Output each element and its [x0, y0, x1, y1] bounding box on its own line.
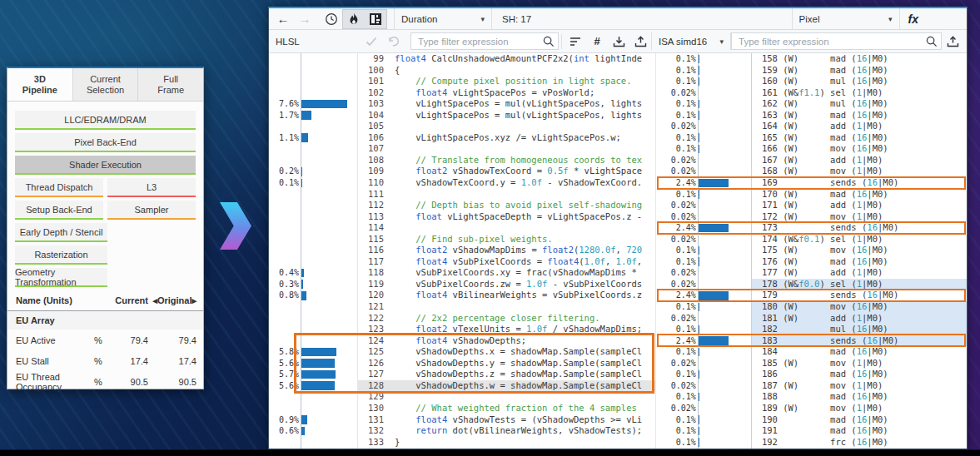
- isa-row[interactable]: 0.02%164 (W) add (1|M0): [656, 121, 967, 132]
- isa-row[interactable]: 0.1%176 (W) mad (16|M0): [656, 256, 967, 268]
- hlsl-code-row[interactable]: 0.9%131 float4 vShadowTests = (vShadowDe…: [269, 414, 655, 426]
- isa-row[interactable]: 0.1%175 (W) mov (16|M0): [656, 245, 967, 256]
- metrics-group-eu-array[interactable]: EU Array: [7, 310, 203, 330]
- isa-row[interactable]: 0.02%168 (W) mov (1|M0): [656, 166, 967, 177]
- hlsl-code-row[interactable]: 5.6%128 vShadowDepths.w = shadowMap.Samp…: [269, 380, 655, 392]
- metric-row[interactable]: EU Stall%17.417.4: [7, 350, 203, 371]
- isa-row[interactable]: 0.02%187 (W) mov (1|M0): [656, 380, 967, 392]
- hlsl-code-row[interactable]: 5.8%125 vShadowDepths.x = shadowMap.Samp…: [269, 346, 655, 358]
- hlsl-code-row[interactable]: 133}: [269, 437, 655, 449]
- pipeline-button-thread-dispatch[interactable]: Thread Dispatch: [15, 178, 103, 197]
- hlsl-code-row[interactable]: 5.6%126 vShadowDepths.y = shadowMap.Samp…: [269, 358, 655, 369]
- hlsl-code-row[interactable]: 108 // Translate from homogeneous coords…: [269, 155, 655, 166]
- isa-row[interactable]: 0.02%161 (W&f1.1) sel (1|M0): [656, 87, 967, 99]
- isa-row[interactable]: 0.1%190 mad (16|M0): [656, 414, 967, 426]
- hlsl-code-row[interactable]: 115 // Find sub-pixel weights.: [269, 234, 655, 245]
- isa-row[interactable]: 0.1%188 mad (16|M0): [656, 391, 967, 403]
- hlsl-code-row[interactable]: 123 float2 vTexelUnits = 1.0f / vShadowM…: [269, 324, 655, 335]
- isa-row[interactable]: 0.1%165 (W) mad (16|M0): [656, 132, 967, 144]
- metric-row[interactable]: EU Thread Occupancy%90.590.5: [7, 371, 203, 392]
- hlsl-code-row[interactable]: 0.8%120 float4 vBilinearWeights = vSubPi…: [269, 290, 655, 301]
- tab-3d-pipeline[interactable]: 3DPipeline: [7, 68, 73, 101]
- hlsl-code-row[interactable]: 122 // 2x2 percentage closer filtering.: [269, 313, 655, 325]
- isa-row[interactable]: 0.02%178 (W&f0.0) sel (1|M0): [656, 279, 967, 290]
- hlsl-code-row[interactable]: 112 // Depth bias to avoid pixel self-sh…: [269, 200, 655, 211]
- shader-stage-dropdown[interactable]: Pixel ▾: [792, 8, 900, 29]
- hlsl-code-row[interactable]: 0.1%110 vShadowTexCoord.y = 1.0f - vShad…: [269, 177, 655, 189]
- forward-button[interactable]: →: [294, 10, 316, 28]
- export-button[interactable]: [629, 32, 651, 51]
- hlsl-code-row[interactable]: 0.4%118 vSubPixelCoords.xy = frac(vShado…: [269, 267, 655, 279]
- hlsl-code-row[interactable]: 111: [269, 189, 655, 201]
- hlsl-code-row[interactable]: 0.3%119 vSubPixelCoords.zw = 1.0f - vSub…: [269, 279, 655, 290]
- hlsl-code-row[interactable]: 7.6%103 vLightSpacePos = mul(vLightSpace…: [269, 98, 655, 110]
- isa-row[interactable]: 0.1%191 mad (16|M0): [656, 425, 967, 437]
- hlsl-code-row[interactable]: 124 float4 vShadowDepths;: [269, 335, 655, 347]
- isa-dropdown[interactable]: ISA simd16 ▾: [651, 32, 731, 50]
- isa-row[interactable]: 2.4%169 sends (16|M0): [656, 177, 967, 189]
- hlsl-code-row[interactable]: 113 float vLightSpaceDepth = vLightSpace…: [269, 211, 655, 223]
- history-clock-button[interactable]: [321, 10, 342, 28]
- pipeline-button-l3[interactable]: L3: [107, 178, 196, 197]
- isa-row[interactable]: 0.1%182 mul (16|M0): [656, 324, 967, 335]
- hlsl-code-row[interactable]: 1.7%104 vLightSpacePos = mul(vLightSpace…: [269, 110, 655, 121]
- pipeline-button-shader-execution[interactable]: Shader Execution: [15, 156, 196, 175]
- hlsl-code-row[interactable]: 129: [269, 391, 655, 403]
- isa-row[interactable]: 0.1%160 (W) mul (16|M0): [656, 76, 967, 87]
- isa-row[interactable]: 0.1%184 mad (16|M0): [656, 346, 967, 358]
- isa-row[interactable]: 0.1%186 mad (16|M0): [656, 369, 967, 380]
- isa-row[interactable]: 0.1%180 (W) mov (16|M0): [656, 301, 967, 313]
- back-button[interactable]: ←: [272, 10, 294, 28]
- isa-row[interactable]: 0.1%192 frc (16|M0): [656, 437, 967, 449]
- metric-dropdown[interactable]: Duration ▾: [394, 8, 492, 29]
- hlsl-code-row[interactable]: 1.1%106 vLightSpacePos.xyz /= vLightSpac…: [269, 132, 655, 144]
- isa-row[interactable]: 0.02%174 (W&f0.1) sel (1|M0): [656, 234, 967, 245]
- isa-row[interactable]: 0.02%189 (W) mov (1|M0): [656, 403, 967, 414]
- hlsl-code-row[interactable]: 105: [269, 121, 655, 132]
- hlsl-code-row[interactable]: 0.6%132 return dot(vBilinearWeights, vSh…: [269, 425, 655, 437]
- hlsl-code-row[interactable]: 117 float4 vSubPixelCoords = float4(1.0f…: [269, 256, 655, 268]
- isa-row[interactable]: 2.4%179 sends (16|M0): [656, 290, 967, 301]
- isa-row[interactable]: 0.1%162 (W) mul (16|M0): [656, 98, 967, 110]
- pipeline-button-setup-back-end[interactable]: Setup Back-End: [15, 201, 103, 220]
- search-icon[interactable]: [543, 36, 555, 47]
- hlsl-code-row[interactable]: 5.7%127 vShadowDepths.z = shadowMap.Samp…: [269, 369, 655, 380]
- profile-view-button[interactable]: [365, 10, 386, 28]
- search-icon[interactable]: [926, 36, 938, 47]
- apply-button[interactable]: [361, 32, 382, 51]
- isa-row[interactable]: 0.1%163 (W) mad (16|M0): [656, 110, 967, 121]
- pipeline-button-pixel-back-end[interactable]: Pixel Back-End: [15, 133, 196, 152]
- hlsl-code-row[interactable]: 114: [269, 222, 655, 234]
- tab-full-frame[interactable]: FullFrame: [138, 68, 203, 101]
- metric-row[interactable]: EU Active%79.479.4: [7, 330, 203, 350]
- hlsl-code-row[interactable]: 107: [269, 143, 655, 155]
- original-next-arrow[interactable]: ▸: [192, 295, 196, 305]
- hlsl-code-row[interactable]: 99float4 CalcUnshadowedAmountPCF2x2(int …: [269, 53, 655, 65]
- hlsl-filter-input[interactable]: [418, 37, 543, 47]
- line-numbers-button[interactable]: #: [586, 32, 608, 51]
- pipeline-button-geometry-transformation[interactable]: Geometry Transformation: [15, 268, 107, 287]
- pipeline-button-early-depth-stencil[interactable]: Early Depth / Stencil: [15, 223, 107, 242]
- undo-button[interactable]: [382, 32, 404, 51]
- hlsl-code-row[interactable]: 100{: [269, 65, 655, 77]
- tab-current-selection[interactable]: CurrentSelection: [73, 68, 139, 101]
- isa-row[interactable]: 0.02%185 (W) mov (1|M0): [656, 358, 967, 369]
- isa-row[interactable]: 2.4%173 sends (16|M0): [656, 222, 967, 234]
- isa-filter-input[interactable]: [739, 37, 926, 47]
- isa-row[interactable]: 0.02%171 (W) add (1|M0): [656, 200, 967, 211]
- isa-row[interactable]: 0.02%177 (W) add (1|M0): [656, 267, 967, 279]
- hlsl-code-row[interactable]: 102 float4 vLightSpacePos = vPosWorld;: [269, 87, 655, 99]
- pipeline-button-sampler[interactable]: Sampler: [107, 201, 196, 220]
- hlsl-code-row[interactable]: 121: [269, 301, 655, 313]
- import-button[interactable]: [608, 32, 629, 51]
- sort-lines-button[interactable]: [565, 32, 586, 51]
- hlsl-code-row[interactable]: 130 // What weighted fraction of the 4 s…: [269, 403, 655, 414]
- isa-row[interactable]: 0.02%172 (W) mov (1|M0): [656, 211, 967, 223]
- isa-row[interactable]: 0.1%159 (W) mad (16|M0): [656, 65, 967, 77]
- hlsl-code-row[interactable]: 116 float2 vShadowMapDims = float2(1280.…: [269, 245, 655, 256]
- hlsl-code-row[interactable]: 101 // Compute pixel position in light s…: [269, 76, 655, 87]
- isa-row[interactable]: 0.1%170 (W) mad (16|M0): [656, 189, 967, 201]
- hotspots-button[interactable]: [343, 10, 365, 28]
- isa-row[interactable]: 0.1%166 (W) mov (16|M0): [656, 143, 967, 155]
- hlsl-code-row[interactable]: 0.2%109 float2 vShadowTexCoord = 0.5f * …: [269, 166, 655, 177]
